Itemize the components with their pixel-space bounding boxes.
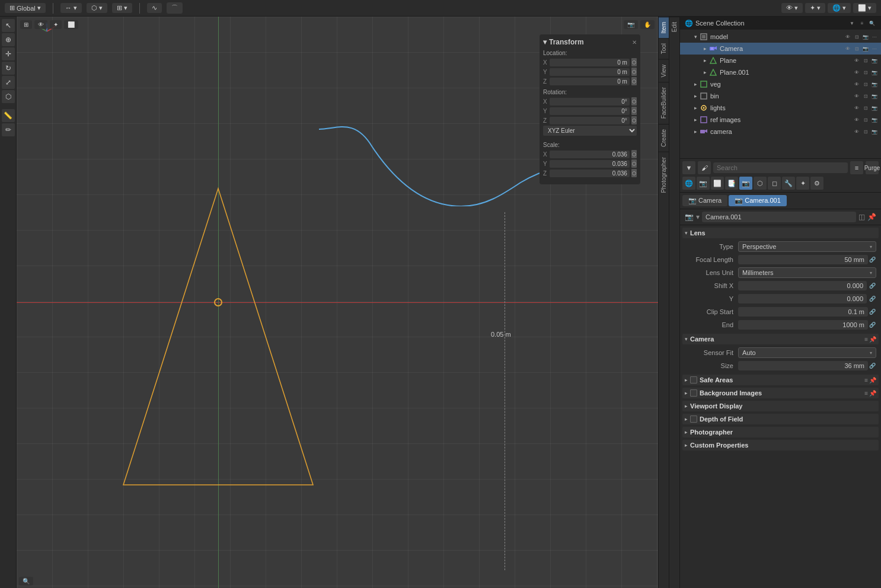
viewport-camera-btn[interactable]: 📷 [624,20,638,29]
tree-item-plane[interactable]: ▸ Plane 👁 ⊡ 📷 [680,55,881,66]
annotate-tool[interactable]: ✏ [2,123,15,136]
bg-images-pin[interactable]: 📌 [869,390,876,397]
rotation-mode-select[interactable]: XYZ Euler [543,126,637,136]
prop-view-layer-btn[interactable]: 📑 [725,177,738,190]
plane001-render-btn[interactable]: 📷 [870,68,879,76]
measure-tool[interactable]: 📏 [2,109,15,122]
bin-vis-btn[interactable]: 👁 [853,92,861,100]
sort-btn[interactable]: ≡ [858,19,866,27]
scale-x-copy[interactable]: ⬡ [631,150,637,158]
refimages-vis-btn[interactable]: 👁 [853,116,861,124]
safe-areas-pin[interactable]: 📌 [869,377,876,384]
rotation-z-input[interactable] [550,117,630,124]
viewport-gizmo-btn[interactable]: ✦ [50,20,62,29]
safe-areas-header[interactable]: ▸ Safe Areas ≡ 📌 [682,375,879,385]
filter-btn[interactable]: ▼ [848,19,856,27]
tab-tool[interactable]: Tool [659,38,669,59]
lights-sel-btn[interactable]: ⊡ [861,104,870,112]
prop-material-btn[interactable]: ⬡ [754,177,767,190]
camera-render-btn[interactable]: 📷 [861,44,870,53]
prop-render-btn[interactable]: 📷 [697,177,710,190]
camera-sec-more[interactable]: ≡ [864,336,868,343]
tree-item-refimages[interactable]: ▸ ref images 👁 ⊡ 📷 [680,114,881,126]
safe-areas-checkbox[interactable] [690,376,697,384]
type-dropdown[interactable]: Perspective ▾ [738,241,876,252]
transform-close[interactable]: ✕ [632,39,637,46]
prop-object-data-btn[interactable]: 📷 [739,177,752,190]
cameraobj-render-btn[interactable]: 📷 [870,127,879,136]
rotation-z-copy[interactable]: ⬡ [631,116,637,124]
plane001-sel-btn[interactable]: ⊡ [861,68,870,76]
render-mode-btn[interactable]: ✦ ▾ [805,3,825,13]
props-filter-btn[interactable]: ▼ [682,161,695,174]
refimages-toggle[interactable]: ▸ [692,117,699,123]
cameraobj-toggle[interactable]: ▸ [692,129,699,135]
camera-toggle[interactable]: ▸ [701,46,708,52]
tree-item-model[interactable]: ▾ model 👁 ⊡ 📷 ⋯ [680,31,881,43]
veg-toggle[interactable]: ▸ [692,81,699,87]
custom-props-header[interactable]: ▸ Custom Properties [682,440,879,450]
location-z-copy[interactable]: ⬡ [631,77,637,85]
shift-y-input[interactable] [738,294,867,303]
tab-photographer[interactable]: Photographer [659,152,669,198]
global-btn[interactable]: ⊞ Global ▾ [5,3,46,13]
rotation-y-copy[interactable]: ⬡ [631,107,637,115]
tree-item-camera-obj[interactable]: ▸ camera 👁 ⊡ 📷 [680,126,881,138]
prop-object-btn[interactable]: ◻ [768,177,781,190]
output-btn[interactable]: ⬜ ▾ [853,3,876,13]
shift-y-lock[interactable]: 🔗 [868,295,876,303]
plane001-vis-btn[interactable]: 👁 [853,68,861,76]
location-x-copy[interactable]: ⬡ [631,58,637,66]
scale-z-copy[interactable]: ⬡ [631,169,637,177]
camera-tab-camera001[interactable]: 📷 Camera.001 [729,195,787,206]
prop-scene-btn[interactable]: 🌐 [682,177,695,190]
tree-item-camera[interactable]: ▸ Camera 👁 ⊡ 📷 ⋯ [680,43,881,55]
refimages-sel-btn[interactable]: ⊡ [861,116,870,124]
model-vis-btn[interactable]: 👁 [844,33,852,41]
dof-header[interactable]: ▸ Depth of Field [682,414,879,424]
lights-toggle[interactable]: ▸ [692,105,699,111]
bin-toggle[interactable]: ▸ [692,93,699,99]
sensor-fit-dropdown[interactable]: Auto ▾ [738,347,876,358]
rotation-y-input[interactable] [550,107,630,115]
location-y-input[interactable] [550,68,630,76]
move-tool[interactable]: ✛ [2,47,15,60]
tree-item-bin[interactable]: ▸ bin 👁 ⊡ 📷 [680,90,881,102]
cameraobj-vis-btn[interactable]: 👁 [853,127,861,136]
size-lock[interactable]: 🔗 [868,362,876,370]
props-search-input[interactable] [713,162,848,173]
veg-sel-btn[interactable]: ⊡ [861,80,870,88]
lens-section-header[interactable]: ▾ Lens [682,228,879,238]
tree-item-veg[interactable]: ▸ veg 👁 ⊡ 📷 [680,78,881,90]
camera-sel-btn[interactable]: ⊡ [853,44,861,53]
dof-checkbox[interactable] [690,416,697,423]
bg-images-more[interactable]: ≡ [864,390,868,397]
plane-toggle[interactable]: ▸ [701,57,708,63]
clip-start-input[interactable] [738,307,868,317]
plane-render-btn[interactable]: 📷 [870,56,879,65]
viewport-layout-btn[interactable]: ⊞ [20,20,32,29]
tab-view[interactable]: View [659,59,669,82]
tab-edit[interactable]: Edit [669,17,679,37]
focal-length-input[interactable] [738,255,868,264]
tree-item-plane001[interactable]: ▸ Plane.001 👁 ⊡ 📷 [680,66,881,78]
size-input[interactable] [738,361,868,370]
scale-x-input[interactable] [550,151,630,158]
location-y-copy[interactable]: ⬡ [631,68,637,76]
scale-tool[interactable]: ⤢ [2,76,15,89]
snapping-btn[interactable]: ⬡ ▾ [87,3,107,13]
camera-tab-camera[interactable]: 📷 Camera [682,195,727,206]
model-sel-btn[interactable]: ⊡ [853,33,861,41]
prop-output-btn[interactable]: ⬜ [711,177,724,190]
scale-y-input[interactable] [550,160,630,168]
plane-vis-btn[interactable]: 👁 [853,56,861,65]
viewport-overlay-btn[interactable]: 👁 [34,20,47,29]
bg-images-header[interactable]: ▸ Background Images ≡ 📌 [682,388,879,398]
camera-dropdown-btn[interactable]: ▾ [696,213,700,221]
camera-pin-btn[interactable]: 📌 [867,213,876,221]
camera-browse-btn[interactable]: ◫ [858,213,865,221]
model-render-btn[interactable]: 📷 [861,33,870,41]
plane-sel-btn[interactable]: ⊡ [861,56,870,65]
camera-type-icon[interactable]: 📷 [685,213,694,221]
tab-create[interactable]: Create [659,124,669,152]
